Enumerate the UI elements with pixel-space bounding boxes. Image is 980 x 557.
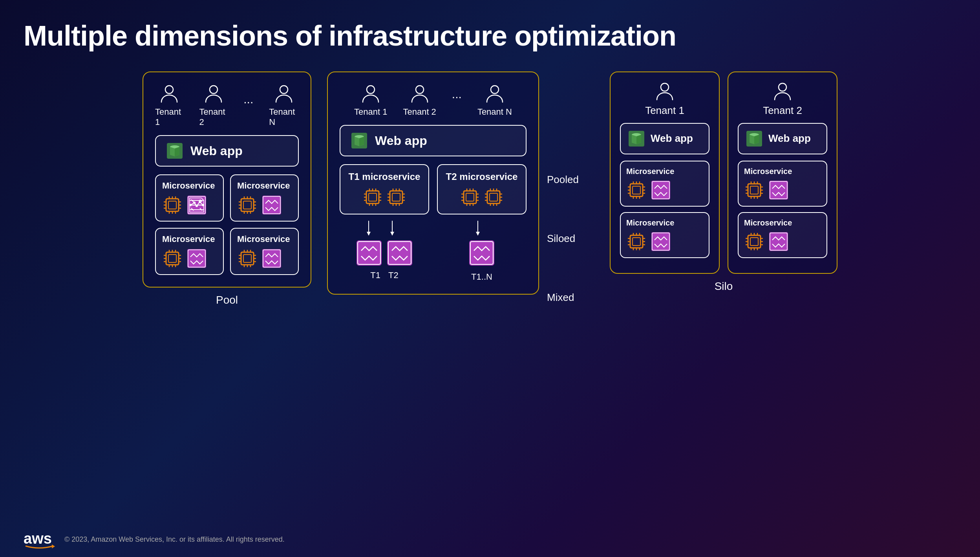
main-content: Tenant 1 Tenant 2 ··· Tenant N [0,71,980,327]
middle-tenant-2: Tenant 2 [403,84,436,117]
pool-section: Tenant 1 Tenant 2 ··· Tenant N [143,71,311,306]
t1n-db-label: T1..N [471,272,492,282]
cpu-icon-3 [162,248,183,269]
db-icon-1 [186,195,207,215]
bucket-icon-s2 [745,129,764,148]
svg-rect-34 [243,201,251,209]
middle-tenant-n-label: Tenant N [477,107,512,117]
t2-microservice-box: T2 microservice [437,164,527,214]
tenant-2-item: Tenant 2 [199,84,228,127]
svg-rect-222 [769,232,788,251]
silo-t1-ms-1-label: Microservice [626,167,703,176]
pool-ms-label-2: Microservice [237,181,292,191]
tenant-1-item: Tenant 1 [155,84,184,127]
svg-rect-50 [168,255,176,262]
middle-tenant-row: Tenant 1 Tenant 2 ··· Tenant N [340,84,527,117]
t2-db-label: T2 [388,270,399,280]
silo-tenant-1-header: Tenant 1 [620,82,709,117]
tenant-2-label: Tenant 2 [199,107,228,127]
svg-point-82 [416,86,424,93]
svg-text:aws: aws [24,530,52,547]
svg-rect-209 [750,238,758,246]
svg-point-83 [491,86,499,93]
silo-t2-ms-2-icons [744,231,821,252]
t1-micro-label: T1 microservice [347,171,422,182]
db-icon-3 [186,248,207,269]
silo-t1-ms-2-icons [626,231,703,252]
svg-rect-174 [633,238,640,246]
silo-t2-ms-2: Microservice [738,212,827,258]
pooled-label: Pooled [547,150,594,209]
svg-rect-115 [466,193,474,201]
cpu-icon-s2b [744,231,764,252]
pool-microservice-2: Microservice [230,174,299,222]
middle-dots: ··· [452,90,462,103]
middle-tenant-2-label: Tenant 2 [403,107,436,117]
middle-section: Tenant 1 Tenant 2 ··· Tenant N [327,71,594,327]
cpu-icon-t1a [362,187,383,207]
tenant-n-label: Tenant N [269,107,299,127]
aws-logo-svg: aws [24,530,55,549]
svg-rect-206 [769,181,788,200]
cpu-icon-s2a [744,180,764,200]
silo-t1-ms-1-icons [626,180,703,200]
person-icon-m2 [410,84,430,104]
t1-t2-row: T1 microservice [340,164,527,214]
silo-tenant-2-box: Tenant 2 Web app Microservice [728,71,837,274]
person-icon-s1 [655,82,675,101]
silo-tenant-2-label: Tenant 2 [763,104,802,117]
cpu-icon-4 [237,248,258,269]
svg-point-25 [196,205,198,207]
middle-tenant-1: Tenant 1 [354,84,387,117]
svg-rect-192 [748,184,761,196]
svg-rect-47 [262,196,281,214]
pool-microservice-grid: Microservice [155,174,299,275]
svg-marker-143 [367,232,371,236]
page-title: Multiple dimensions of infrastructure op… [0,0,980,64]
cpu-icon-t2a [460,187,480,207]
siloed-label: Siloed [547,209,594,268]
svg-rect-152 [469,240,494,266]
person-icon-m1 [361,84,380,104]
arrow-t2 [476,221,488,236]
pool-ms-icons-3 [162,248,217,269]
silo-t1-web-label: Web app [651,132,693,145]
svg-rect-49 [166,252,179,265]
svg-point-23 [189,204,192,206]
pool-ms-label-1: Microservice [162,181,217,191]
svg-rect-146 [357,240,382,266]
silo-tenant-2-header: Tenant 2 [738,82,827,117]
mixed-label: Mixed [547,268,594,327]
svg-rect-101 [392,193,400,201]
svg-point-189 [779,83,786,91]
silo-t1-ms-1: Microservice [620,161,709,207]
svg-rect-63 [187,249,206,268]
pool-box: Tenant 1 Tenant 2 ··· Tenant N [143,71,311,288]
person-icon-2 [204,84,223,104]
pool-ms-label-3: Microservice [162,234,217,244]
arrow-t1-right [390,221,402,236]
svg-marker-145 [390,232,394,236]
svg-rect-100 [390,191,402,203]
silo-label: Silo [715,280,733,293]
svg-rect-87 [369,193,377,201]
footer: aws © 2023, Amazon Web Services, Inc. or… [24,530,285,549]
pool-web-app-box: Web app [155,135,299,167]
arrow-t1-left [367,221,378,236]
silo-section: Tenant 1 Web app Microservice [610,71,837,293]
svg-rect-148 [387,240,412,266]
mixed-box: Tenant 1 Tenant 2 ··· Tenant N [327,71,539,295]
middle-web-app-box: Web app [340,125,527,156]
svg-rect-171 [651,181,670,200]
pool-ms-icons-4 [237,248,292,269]
svg-rect-173 [630,235,643,248]
middle-web-app-label: Web app [375,134,427,148]
svg-rect-66 [243,255,251,262]
svg-rect-86 [366,191,379,203]
bucket-icon-middle [350,131,369,150]
labels-column: Pooled Siloed Mixed [547,71,594,327]
svg-point-27 [202,204,204,206]
pool-ms-icons-2 [237,195,292,215]
bucket-icon-s1 [627,129,646,148]
pool-microservice-3: Microservice [155,228,224,275]
